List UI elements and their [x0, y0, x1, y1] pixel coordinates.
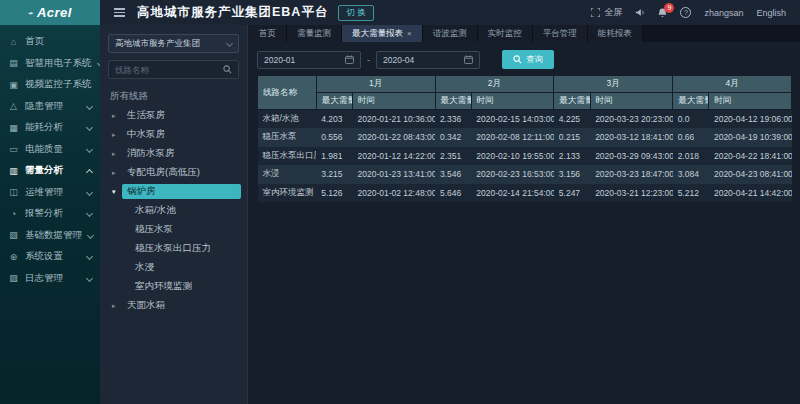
column-header-month-3: 3月: [554, 76, 673, 93]
tree-node-label: 生活泵房: [122, 108, 170, 123]
cell-time: 2020-01-21 10:36:00: [353, 110, 436, 129]
table-row: 水箱/水池4.2032020-01-21 10:36:002.3362020-0…: [258, 110, 792, 129]
log-file-icon: ▨: [8, 273, 19, 283]
cell-time: 2020-03-21 12:23:00: [590, 184, 673, 203]
tab-platform-mgmt[interactable]: 平台管理: [533, 25, 588, 42]
tree-node-roof-water-tank[interactable]: ▸天面水箱: [100, 296, 247, 315]
caret-down-icon: ▾: [112, 188, 122, 196]
cell-time: 2020-01-23 13:41:00: [353, 165, 436, 184]
cell-time: 2020-02-23 16:53:00: [471, 165, 554, 184]
cell-max-demand: 0.0: [673, 110, 709, 129]
sidebar-item-log-mgmt[interactable]: ▨日志管理: [0, 268, 100, 290]
column-header-time: 时间: [471, 93, 554, 110]
line-search[interactable]: [108, 60, 239, 79]
header-actions: 全屏 9 ? zhangsan English: [591, 6, 800, 19]
start-date-picker[interactable]: 2020-01: [257, 51, 361, 69]
cell-line-name: 室内环境监测: [258, 184, 317, 203]
query-button-label: 查询: [526, 54, 543, 66]
tree-node-label: 中水泵房: [122, 127, 170, 142]
date-range-separator: -: [367, 55, 370, 65]
line-search-input[interactable]: [115, 65, 223, 75]
query-filters: 2020-01 - 2020-04 查询: [257, 50, 792, 69]
tab-realtime-monitor[interactable]: 实时监控: [478, 25, 533, 42]
caret-right-icon: ▸: [112, 150, 122, 158]
tab-bar: 首页需量监测最大需量报表×谐波监测实时监控平台管理能耗报表: [249, 25, 800, 42]
tab-label: 首页: [259, 28, 276, 40]
tab-harmonic-monitor[interactable]: 谐波监测: [423, 25, 478, 42]
menu-collapse-icon[interactable]: [114, 8, 125, 17]
sidebar-item-video-system[interactable]: ▣视频监控子系统: [0, 74, 100, 96]
sidebar-item-label: 隐患管理: [25, 100, 63, 113]
end-date-picker[interactable]: 2020-04: [376, 51, 480, 69]
sidebar-item-base-data-mgmt[interactable]: ▧基础数据管理: [0, 225, 100, 247]
cell-max-demand: 2.336: [435, 110, 471, 129]
cell-time: 2020-03-23 18:47:00: [590, 165, 673, 184]
warning-triangle-icon: △: [8, 101, 19, 111]
switch-project-button[interactable]: 切 换: [338, 5, 373, 21]
sidebar-item-label: 能耗分析: [25, 121, 63, 134]
sidebar-item-power-quality[interactable]: ▭电能质量: [0, 139, 100, 161]
chevron-down-icon: [86, 189, 93, 196]
sidebar-item-system-settings[interactable]: ⊛系统设置: [0, 246, 100, 268]
tree-node-indoor-env-monitor[interactable]: 室内环境监测: [100, 277, 247, 296]
tree-node-reclaimed-pump-room[interactable]: ▸中水泵房: [100, 125, 247, 144]
app-window: ⌁ Acrel 高地城市服务产业集团EBA平台 切 换 全屏: [0, 0, 800, 404]
calendar-icon: [345, 55, 354, 64]
cell-max-demand: 5.646: [435, 184, 471, 203]
column-header-line-name: 线路名称: [258, 76, 317, 110]
tab-energy-report[interactable]: 能耗报表: [588, 25, 643, 42]
close-icon[interactable]: ×: [407, 29, 412, 38]
cell-max-demand: 2.133: [554, 147, 590, 166]
cell-max-demand: 5.126: [316, 184, 352, 203]
brand-logo: ⌁ Acrel: [0, 0, 100, 25]
end-date-value: 2020-04: [383, 55, 414, 65]
tree-node-pump-outlet-pressure[interactable]: 稳压水泵出口压力: [100, 239, 247, 258]
sidebar-item-energy-analysis[interactable]: ▦能耗分析: [0, 117, 100, 139]
announcement-button[interactable]: [635, 8, 645, 17]
table-header-row-months: 线路名称1月2月3月4月: [258, 76, 792, 93]
smart-power-icon: ▤: [8, 58, 19, 68]
tab-label: 能耗报表: [598, 28, 632, 40]
cell-time: 2020-02-10 19:55:00: [471, 147, 554, 166]
tree-node-boiler-room[interactable]: ▾锅炉房: [100, 182, 247, 201]
fullscreen-button[interactable]: 全屏: [591, 6, 622, 19]
cell-time: 2020-02-08 12:11:00: [471, 128, 554, 147]
video-monitor-icon: ▣: [8, 80, 19, 90]
sidebar-item-demand-analysis[interactable]: ▥需量分析: [0, 160, 100, 182]
sidebar-item-smart-power-system[interactable]: ▤智慧用电子系统: [0, 53, 100, 75]
sidebar-item-label: 电能质量: [25, 143, 63, 156]
tree-node-water-immersion[interactable]: 水浸: [100, 258, 247, 277]
table-row: 水浸3.2152020-01-23 13:41:003.5462020-02-2…: [258, 165, 792, 184]
tree-node-label: 消防水泵房: [122, 146, 180, 161]
tree-node-fire-pump-room[interactable]: ▸消防水泵房: [100, 144, 247, 163]
cell-max-demand: 3.546: [435, 165, 471, 184]
sidebar-item-alarm-analysis[interactable]: ◔报警分析: [0, 203, 100, 225]
sidebar-item-ops-mgmt[interactable]: ◫运维管理: [0, 182, 100, 204]
start-date-value: 2020-01: [264, 55, 295, 65]
tree-node-pressure-pump[interactable]: 稳压水泵: [100, 220, 247, 239]
language-switcher[interactable]: English: [756, 8, 786, 18]
user-menu[interactable]: zhangsan: [704, 8, 743, 18]
tree-node-life-pump-room[interactable]: ▸生活泵房: [100, 106, 247, 125]
tree-node-label: 水浸: [130, 260, 159, 275]
cell-time: 2020-01-22 08:43:00: [353, 128, 436, 147]
cell-line-name: 稳压水泵: [258, 128, 317, 147]
column-header-time: 时间: [353, 93, 436, 110]
query-button[interactable]: 查询: [502, 50, 554, 69]
horn-icon: [635, 8, 645, 17]
search-icon: [513, 55, 522, 64]
chevron-down-icon: [86, 146, 93, 153]
caret-right-icon: ▸: [112, 169, 122, 177]
organization-selector[interactable]: 高地城市服务产业集团: [108, 34, 239, 53]
tab-demand-monitor[interactable]: 需量监测: [287, 25, 342, 42]
help-button[interactable]: ?: [680, 7, 691, 18]
tree-node-water-tank-pool[interactable]: 水箱/水池: [100, 201, 247, 220]
sidebar-item-home[interactable]: ⌂首页: [0, 31, 100, 53]
tree-node-distribution-room[interactable]: ▸专配电房(高低压): [100, 163, 247, 182]
column-header-time: 时间: [590, 93, 673, 110]
tab-home[interactable]: 首页: [249, 25, 287, 42]
sidebar-item-hazard-mgmt[interactable]: △隐患管理: [0, 96, 100, 118]
cell-time: 2020-04-21 14:42:00: [709, 184, 792, 203]
tab-max-demand-report[interactable]: 最大需量报表×: [342, 25, 423, 42]
notifications-button[interactable]: 9: [658, 8, 667, 18]
